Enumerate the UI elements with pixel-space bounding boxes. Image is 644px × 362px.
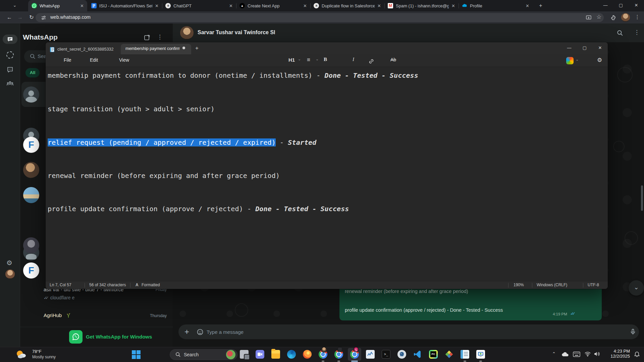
taskbar-pycharm[interactable]: PC [427,348,440,361]
rail-status-tab[interactable] [6,51,14,59]
menu-edit[interactable]: Edit [90,57,98,63]
browser-tab-salesforce-flow[interactable]: ✳ Duplicate flow in Salesforce ✕ [310,0,384,11]
install-pwa-icon[interactable] [586,15,592,21]
menu-file[interactable]: File [64,57,71,63]
notepad-settings-gear-icon[interactable]: ⚙ [597,57,602,64]
tab-close-icon[interactable]: ✕ [303,3,307,8]
notepad-tab-membership[interactable]: membership payment confirmation [121,44,191,54]
new-chat-icon[interactable] [144,34,151,41]
notepad-close-button[interactable]: ✕ [592,42,608,54]
clear-formatting-button[interactable]: Ab [390,57,396,62]
emoji-icon[interactable] [197,328,204,336]
chat-avatar[interactable] [23,86,39,103]
taskbar-edge[interactable] [285,348,298,361]
browser-tab-gmail-spam[interactable]: M Spam (1) - ishann.tforce@gmai ✕ [384,0,459,11]
chat-scrollbar[interactable] [641,185,643,211]
taskbar-vscode[interactable] [411,348,424,361]
hyperlink-icon[interactable] [368,58,374,64]
scroll-to-bottom-button[interactable]: ⌄ [629,280,644,296]
browser-minimize-button[interactable]: — [598,0,613,11]
taskbar-postgresql[interactable] [395,348,409,361]
taskbar-terminal[interactable]: >_ [379,348,393,361]
mic-icon[interactable] [629,328,637,336]
weather-temp[interactable]: 78°F [32,349,42,354]
browser-tab-profile[interactable]: Profile ✕ [459,0,533,11]
heading-chevron-icon[interactable]: ⌄ [298,57,301,61]
chat-avatar[interactable] [23,237,39,253]
taskbar-chrome-profile3-active[interactable]: S [348,348,361,361]
composer-placeholder[interactable]: Type a message [207,329,244,335]
copilot-icon[interactable] [566,57,574,64]
taskbar-notepad[interactable] [458,348,472,361]
taskbar-task-manager[interactable] [364,348,377,361]
notepad-new-tab-button[interactable]: + [195,45,199,52]
forward-icon[interactable]: → [16,14,24,21]
chat-row-agrihub[interactable] [20,309,173,327]
taskbar-git-tool[interactable] [442,348,456,361]
chat-avatar-twinforce-logo[interactable]: F [23,262,39,279]
rail-profile-avatar[interactable] [5,269,15,279]
list-chevron-icon[interactable]: ⌄ [316,57,319,61]
new-tab-button[interactable]: + [537,2,545,9]
notepad-account-avatar[interactable] [584,57,592,65]
site-info-tune-icon[interactable] [41,15,46,20]
notification-bell-icon[interactable] [634,351,640,357]
tab-search-chevron-icon[interactable]: ⌄ [10,2,19,9]
attach-plus-icon[interactable]: + [184,328,189,336]
start-button[interactable] [131,350,141,359]
browser-tab-create-next-app[interactable]: ▲ Create Next App ✕ [236,0,310,11]
unsaved-dot-icon[interactable] [182,47,185,49]
rail-channels-tab[interactable] [6,66,14,73]
chat-avatar[interactable] [23,162,39,178]
bold-button[interactable]: B [324,57,327,62]
chat-avatar-twinforce-logo[interactable]: F [23,137,39,153]
menu-view[interactable]: View [119,57,129,63]
browser-close-button[interactable]: ✕ [629,0,644,11]
heading-style-button[interactable]: H1 [288,57,295,63]
chat-avatar[interactable] [23,187,39,203]
taskbar-firefox[interactable] [301,348,314,361]
weather-icon[interactable] [15,349,27,359]
copilot-chevron-icon[interactable]: ⌄ [576,57,579,62]
reload-icon[interactable]: ↻ [28,14,36,21]
taskbar-chat-app[interactable] [253,348,267,361]
notepad-maximize-button[interactable]: ▢ [577,42,592,54]
bookmark-star-icon[interactable]: ☆ [596,13,601,20]
status-eol[interactable]: Windows (CRLF) [537,283,567,287]
tab-close-icon[interactable]: ✕ [155,3,159,8]
browser-tab-isij[interactable]: ISIJ - Automation/Flows Setup - ✕ [88,0,162,11]
tab-close-icon[interactable]: ✕ [80,3,84,8]
browser-tab-chatgpt[interactable]: ✳ ChatGPT ✕ [162,0,236,11]
rail-communities-tab[interactable] [6,80,14,88]
notepad-minimize-button[interactable]: — [561,42,577,54]
list-style-icon[interactable]: ≡ [307,57,310,63]
chat-contact-name[interactable]: Sarvar Tushar vai Twinforce Sl [198,29,275,36]
tray-clock[interactable]: 4:23 PM 12/2/2025 [604,349,630,359]
status-zoom[interactable]: 190% [514,283,524,287]
taskbar-taskpro[interactable] [474,348,487,361]
wifi-icon[interactable] [584,351,591,357]
volume-icon[interactable] [594,351,600,357]
taskbar-file-explorer[interactable] [269,348,282,361]
onedrive-cloud-icon[interactable] [561,352,569,357]
back-icon[interactable]: ← [5,14,13,21]
url-text[interactable]: web.whatsapp.com [50,14,91,20]
extensions-puzzle-icon[interactable] [610,15,616,21]
address-bar[interactable] [36,13,604,22]
browser-profile-avatar[interactable] [621,13,630,22]
filter-chip-all[interactable]: All [25,68,40,77]
tab-close-icon[interactable]: ✕ [229,3,233,8]
browser-menu-kebab-icon[interactable]: ⋮ [635,14,640,20]
tray-chevron-up-icon[interactable]: ⌃ [552,351,556,356]
touch-keyboard-icon[interactable] [573,352,580,357]
rail-chats-tab[interactable] [3,35,17,44]
weather-desc[interactable]: Mostly sunny [32,355,56,359]
rail-settings-gear-icon[interactable]: ⚙ [6,259,12,267]
tab-close-icon[interactable]: ✕ [451,3,455,8]
taskbar-task-view[interactable] [237,348,251,361]
browser-tab-whatsapp[interactable]: WhatsApp ✕ [28,0,87,11]
chat-header-avatar[interactable] [180,26,194,40]
list-menu-kebab-icon[interactable]: ⋮ [157,34,163,41]
taskbar-chrome-profile1[interactable] [316,348,330,361]
chat-menu-kebab-icon[interactable]: ⋮ [634,29,640,36]
